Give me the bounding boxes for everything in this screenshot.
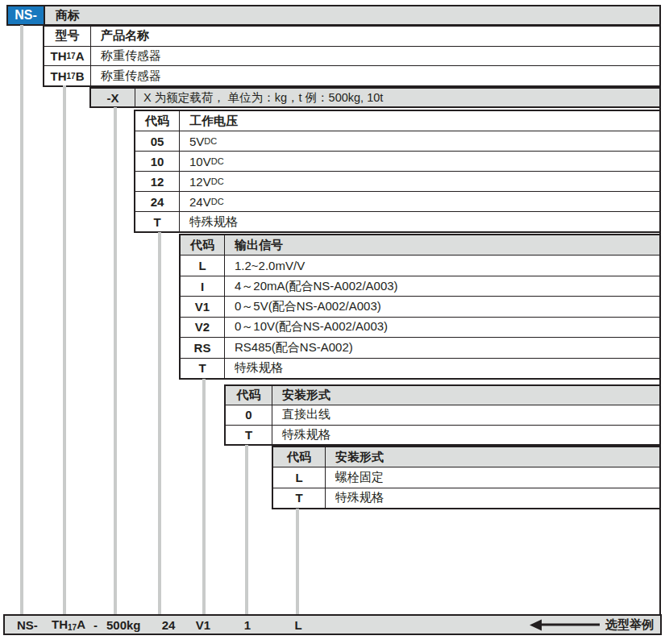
example-bar: NS- TH17A - 500kg 24 V1 1 L 选型举例	[3, 614, 662, 635]
table-row: T 特殊规格	[226, 425, 659, 444]
voltage-code: 10	[135, 152, 180, 171]
connector-line-model	[63, 85, 66, 615]
voltage-value: 12VDC	[180, 172, 659, 191]
voltage-name-header: 工作电压	[180, 111, 659, 131]
connector-line-voltage	[158, 232, 161, 615]
mount1-name: 特殊规格	[272, 426, 659, 444]
capacity-code: -X	[91, 89, 135, 106]
output-code: T	[181, 359, 225, 378]
output-code: L	[181, 256, 225, 275]
table-row: T 特殊规格	[273, 488, 659, 508]
model-table: 型号 产品名称 TH17A 称重传感器 TH17B 称重传感器	[43, 25, 661, 87]
output-name-header: 输出信号	[225, 235, 659, 255]
model-table-name-header: 产品名称	[91, 27, 659, 46]
output-name: 0～10V(配合NS-A002/A003)	[225, 318, 659, 337]
output-name: 4～20mA(配合NS-A002/A003)	[225, 276, 659, 296]
voltage-code: 05	[135, 131, 180, 151]
voltage-value-sub: DC	[211, 156, 224, 166]
mount1-name-header: 安装形式	[272, 386, 659, 405]
output-name: 1.2~2.0mV/V	[225, 256, 659, 275]
model-table-code-header: 型号	[44, 27, 91, 46]
voltage-code: 12	[135, 172, 180, 191]
model-code-suffix: B	[76, 69, 85, 83]
voltage-code: T	[135, 212, 180, 231]
brand-label: 商标	[56, 8, 80, 23]
example-caption-group: 选型举例	[530, 617, 654, 633]
capacity-row: -X X 为额定载荷， 单位为：kg，t 例：500kg, 10t	[89, 87, 661, 108]
example-caption: 选型举例	[605, 617, 654, 633]
example-mount2: L	[294, 618, 301, 632]
voltage-value-main: 12V	[189, 175, 211, 189]
table-row: T 特殊规格	[181, 358, 659, 378]
table-row: 10 10VDC	[135, 151, 659, 171]
voltage-value-sub: DC	[211, 197, 224, 206]
arrow-line	[542, 624, 600, 626]
mounting-table-1: 代码 安装形式 0 直接出线 T 特殊规格	[224, 384, 661, 446]
voltage-value-main: 5V	[189, 135, 204, 148]
table-row: 代码 工作电压	[135, 111, 659, 131]
model-code-suffix: A	[76, 49, 85, 63]
example-model-prefix: TH	[52, 617, 68, 631]
brand-prefix-box: NS-	[6, 5, 45, 26]
mount1-code: 0	[226, 405, 272, 424]
table-row: 0 直接出线	[226, 405, 659, 424]
output-code: RS	[181, 338, 225, 357]
voltage-value-main: 24V	[189, 195, 211, 209]
output-name: 0～5V(配合NS-A002/A003)	[225, 297, 659, 316]
voltage-table: 代码 工作电压 05 5VDC 10 10VDC 12 12VDC 24 24V…	[134, 110, 661, 233]
example-model: TH17A	[52, 617, 85, 632]
mount1-name: 直接出线	[272, 405, 659, 424]
voltage-value-main: 特殊规格	[189, 214, 238, 230]
voltage-value: 5VDC	[180, 131, 659, 151]
table-row: TH17A 称重传感器	[44, 46, 659, 66]
model-name: 称重传感器	[91, 47, 659, 66]
model-selection-diagram: NS- 商标 型号 产品名称 TH17A 称重传感器 TH17B 称重传感器 -…	[0, 0, 665, 644]
table-row: L 螺栓固定	[273, 467, 659, 487]
model-code-prefix: TH	[51, 69, 67, 83]
example-model-suffix: A	[77, 617, 85, 631]
connector-line-brand	[20, 25, 23, 615]
example-model-sub: 17	[68, 623, 77, 632]
voltage-value: 10VDC	[180, 152, 659, 171]
output-code: V1	[181, 297, 225, 316]
mounting-table-2: 代码 安装形式 L 螺栓固定 T 特殊规格	[272, 446, 661, 509]
mount1-code: T	[226, 426, 272, 444]
mount1-code-header: 代码	[226, 386, 272, 405]
output-signal-table: 代码 输出信号 L 1.2~2.0mV/V I 4～20mA(配合NS-A002…	[179, 234, 661, 380]
voltage-value: 24VDC	[180, 192, 659, 211]
left-arrow-icon	[530, 619, 542, 630]
mount2-code: L	[273, 467, 326, 487]
model-code: TH17A	[44, 47, 91, 66]
table-row: 05 5VDC	[135, 131, 659, 151]
mount2-code: T	[273, 488, 326, 508]
connector-line-capacity	[114, 107, 117, 615]
table-row: 代码 安装形式	[226, 386, 659, 405]
mount2-name-header: 安装形式	[326, 447, 659, 467]
mount2-name: 特殊规格	[326, 488, 659, 508]
brand-prefix: NS-	[15, 8, 37, 23]
output-code: I	[181, 276, 225, 296]
mount2-code-header: 代码	[273, 447, 326, 467]
brand-band: 商标	[44, 5, 661, 26]
voltage-value-sub: DC	[211, 177, 224, 186]
example-brand: NS-	[17, 618, 38, 632]
model-code-prefix: TH	[51, 49, 67, 63]
output-name: RS485(配合NS-A002)	[225, 338, 659, 357]
example-capacity: 500kg	[106, 618, 141, 632]
table-row: 24 24VDC	[135, 191, 659, 211]
mount2-name: 螺栓固定	[326, 467, 659, 487]
table-row: RS RS485(配合NS-A002)	[181, 337, 659, 357]
connector-line-mount1	[245, 445, 248, 615]
model-name: 称重传感器	[91, 66, 659, 85]
model-code-sub: 17	[67, 52, 76, 60]
table-row: 型号 产品名称	[44, 27, 659, 46]
capacity-desc: X 为额定载荷， 单位为：kg，t 例：500kg, 10t	[135, 89, 383, 106]
model-code-sub: 17	[67, 72, 76, 81]
voltage-value: 特殊规格	[180, 212, 659, 231]
output-name: 特殊规格	[225, 359, 659, 378]
table-row: 代码 输出信号	[181, 235, 659, 255]
table-row: I 4～20mA(配合NS-A002/A003)	[181, 276, 659, 296]
output-code-header: 代码	[181, 235, 225, 255]
output-code: V2	[181, 318, 225, 337]
voltage-code: 24	[135, 192, 180, 211]
